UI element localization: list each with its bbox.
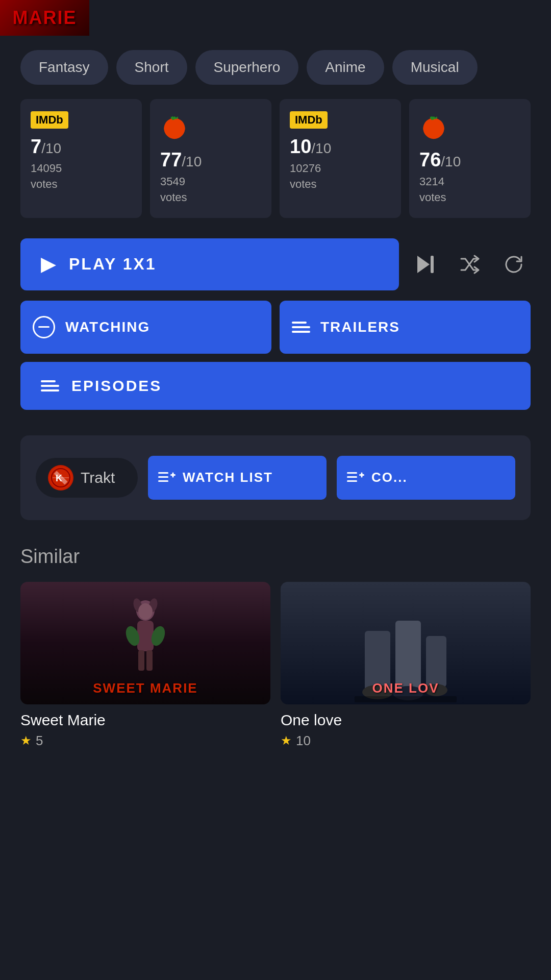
svg-rect-16 bbox=[347, 476, 357, 478]
episodes-lines-icon bbox=[41, 380, 59, 391]
one-love-rating: ★ 10 bbox=[281, 733, 531, 749]
svg-point-3 bbox=[423, 120, 444, 137]
ratings-row: IMDb 7/10 14095 votes 77/10 3549 bbox=[0, 99, 551, 233]
watching-trailers-row: WATCHING TRAILERS bbox=[20, 301, 531, 354]
rating-votes-2: 3549 votes bbox=[160, 174, 187, 206]
rating-score-2: 77/10 bbox=[160, 149, 202, 171]
tomato-icon-2 bbox=[419, 111, 448, 144]
one-love-overlay-title: ONE LOV bbox=[281, 677, 531, 699]
genre-tag-anime[interactable]: Anime bbox=[307, 50, 384, 85]
trakt-logo[interactable]: K Trakt bbox=[36, 458, 138, 498]
rating-card-tomato-2: 76/10 3214 votes bbox=[409, 99, 531, 218]
tomato-icon-1 bbox=[160, 111, 189, 144]
repeat-button[interactable] bbox=[497, 248, 531, 281]
similar-grid: SWEET MARIE Sweet Marie ★ 5 bbox=[20, 582, 531, 749]
imdb-badge-2: IMDb bbox=[290, 111, 328, 129]
collection-button[interactable]: CO... bbox=[337, 456, 515, 500]
watchlist-label: WATCH LIST bbox=[183, 470, 273, 485]
trakt-name: Trakt bbox=[81, 469, 115, 486]
rating-votes-4: 3214 votes bbox=[419, 174, 446, 206]
rating-card-imdb-1: IMDb 7/10 14095 votes bbox=[20, 99, 142, 218]
trakt-icon: K bbox=[48, 465, 73, 491]
genre-tag-musical[interactable]: Musical bbox=[392, 50, 478, 85]
hero-banner: MARIE bbox=[0, 0, 89, 36]
svg-rect-11 bbox=[158, 476, 168, 478]
minus-circle-icon bbox=[33, 316, 55, 338]
svg-point-23 bbox=[138, 603, 153, 620]
skip-next-button[interactable] bbox=[409, 248, 443, 281]
sweet-marie-name: Sweet Marie bbox=[20, 712, 270, 729]
svg-marker-4 bbox=[417, 256, 430, 273]
svg-rect-27 bbox=[138, 650, 144, 671]
svg-rect-19 bbox=[361, 472, 363, 477]
play-icon: ▶ bbox=[41, 254, 57, 275]
episodes-button[interactable]: EPISODES bbox=[20, 362, 531, 410]
sweet-marie-thumbnail: SWEET MARIE bbox=[20, 582, 270, 704]
rating-card-imdb-2: IMDb 10/10 10276 votes bbox=[280, 99, 401, 218]
similar-card-one-love[interactable]: ONE LOV One love ★ 10 bbox=[281, 582, 531, 749]
similar-title: Similar bbox=[20, 546, 531, 568]
sweet-marie-rating: ★ 5 bbox=[20, 733, 270, 749]
rating-card-tomato-1: 77/10 3549 votes bbox=[150, 99, 271, 218]
star-icon-1: ★ bbox=[20, 733, 32, 748]
one-love-name: One love bbox=[281, 712, 531, 729]
lines-icon bbox=[292, 322, 310, 333]
watchlist-button[interactable]: WATCH LIST bbox=[148, 456, 327, 500]
trailers-button[interactable]: TRAILERS bbox=[280, 301, 531, 354]
play-label: PLAY 1X1 bbox=[69, 255, 157, 274]
watching-label: WATCHING bbox=[65, 319, 150, 335]
similar-card-sweet-marie[interactable]: SWEET MARIE Sweet Marie ★ 5 bbox=[20, 582, 270, 749]
hero-title: MARIE bbox=[13, 7, 77, 29]
rating-score-3: 10/10 bbox=[290, 136, 331, 158]
genre-tags-row: Fantasy Short Superhero Anime Musical bbox=[0, 36, 551, 99]
play-row: ▶ PLAY 1X1 bbox=[20, 238, 531, 290]
rating-votes-1: 14095 votes bbox=[31, 161, 62, 192]
play-button[interactable]: ▶ PLAY 1X1 bbox=[20, 238, 399, 290]
controls-section: ▶ PLAY 1X1 WATCHI bbox=[0, 233, 551, 420]
rating-votes-3: 10276 votes bbox=[290, 161, 321, 192]
trakt-section: K Trakt WATCH LIST CO... bbox=[20, 435, 531, 520]
sweet-marie-figure-svg bbox=[120, 595, 171, 677]
watching-button[interactable]: WATCHING bbox=[20, 301, 271, 354]
trailers-label: TRAILERS bbox=[320, 319, 400, 335]
svg-text:K: K bbox=[56, 473, 62, 483]
episodes-label: EPISODES bbox=[71, 377, 162, 395]
svg-rect-10 bbox=[158, 472, 168, 474]
svg-point-1 bbox=[164, 120, 185, 137]
svg-rect-28 bbox=[146, 650, 153, 671]
svg-rect-15 bbox=[347, 472, 357, 474]
svg-rect-17 bbox=[347, 480, 357, 482]
genre-tag-fantasy[interactable]: Fantasy bbox=[20, 50, 108, 85]
svg-rect-12 bbox=[158, 480, 168, 482]
collection-label: CO... bbox=[371, 470, 408, 485]
plus-list-icon-1 bbox=[158, 469, 176, 486]
svg-rect-5 bbox=[431, 256, 434, 273]
star-icon-2: ★ bbox=[281, 733, 292, 748]
plus-list-icon-2 bbox=[347, 469, 364, 486]
genre-tag-short[interactable]: Short bbox=[116, 50, 187, 85]
imdb-badge-1: IMDb bbox=[31, 111, 68, 129]
sweet-marie-overlay-title: SWEET MARIE bbox=[20, 677, 270, 699]
one-love-thumbnail: ONE LOV bbox=[281, 582, 531, 704]
rating-score-4: 76/10 bbox=[419, 149, 461, 171]
rating-score-1: 7/10 bbox=[31, 136, 61, 158]
similar-section: Similar bbox=[0, 535, 551, 769]
svg-rect-24 bbox=[137, 621, 154, 651]
genre-tag-superhero[interactable]: Superhero bbox=[195, 50, 299, 85]
svg-rect-14 bbox=[172, 472, 174, 477]
shuffle-button[interactable] bbox=[453, 248, 487, 281]
